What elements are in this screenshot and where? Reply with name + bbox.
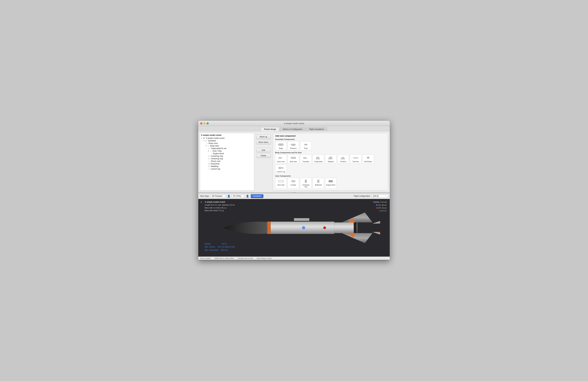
accel-row: Max. acceleration: 188 m/s² [205, 248, 234, 252]
svg-rect-0 [278, 144, 283, 146]
tree-item-nose-cone[interactable]: ◁ Nose cone [201, 142, 253, 145]
comp-trapezoidal[interactable]: Trapezoidal [313, 155, 324, 164]
tree-item-sustainer[interactable]: ▼ ⊟ Sustainer [201, 139, 253, 142]
3d-view[interactable]: 0° A simple model rocket Length 42,5 cm,… [198, 199, 390, 257]
centeringring-icon-2: ⊜ [208, 158, 210, 160]
collapse-arrow-sustainer[interactable]: ▼ [203, 140, 205, 142]
tree-label-nose-cone: Nose cone [209, 142, 218, 144]
svg-rect-4 [293, 145, 293, 146]
minimize-button[interactable] [203, 122, 206, 124]
collapse-arrow-inner[interactable]: ▼ [208, 150, 209, 152]
comp-transition[interactable]: Transition [300, 155, 312, 164]
comp-stage[interactable]: Stage [275, 141, 287, 150]
move-down-button[interactable]: Move down [256, 140, 271, 144]
fit-select[interactable]: Fit (73%) [232, 195, 244, 198]
engineblock-icon: ▪ [210, 153, 212, 155]
tree-item-centering-ring-1[interactable]: ⊜ Centering ring [201, 155, 253, 157]
comp-inner-tube[interactable]: Inner tube [275, 178, 287, 189]
flight-config-select[interactable]: [C6-5] [372, 195, 388, 198]
sustainer-icon: ⊟ [205, 140, 208, 142]
comp-tube-fins[interactable]: Tube fins [350, 155, 361, 164]
edit-button[interactable]: Edit [256, 148, 271, 153]
centeringring-comp-icon [303, 179, 309, 183]
elliptical-comp-icon [328, 156, 334, 160]
svg-rect-20 [292, 181, 294, 182]
comp-bulkhead-label: Bulkhead [315, 184, 322, 186]
tree-item-parachute[interactable]: ⛱ Parachute [201, 162, 253, 165]
move-up-button[interactable]: Move up [256, 134, 271, 139]
traffic-lights [200, 122, 209, 124]
comp-body-tube[interactable]: Body tube [288, 155, 299, 164]
tab-rocket-design[interactable]: Rocket design [261, 127, 279, 131]
svg-rect-15 [368, 157, 369, 157]
assembly-group-title: Assembly Components [275, 138, 386, 140]
close-button[interactable] [200, 122, 202, 124]
comp-transition-label: Transition [302, 161, 309, 162]
comp-coupler[interactable]: Coupler [288, 178, 299, 189]
comp-pods-label: Pods [304, 147, 308, 149]
maximize-button[interactable] [207, 122, 209, 124]
body-grid: Nose cone Body tube [275, 155, 386, 174]
tree-title: A simple model rocket [201, 134, 253, 136]
tree-label-wadding: Wadding [211, 165, 218, 167]
tree-item-inner-tube[interactable]: ▼ ▭ Inner Tube [201, 150, 253, 152]
svg-rect-12 [353, 157, 356, 158]
orange-band-1b [268, 222, 269, 234]
launchlug-comp-icon [278, 166, 284, 170]
comp-nose-cone-label: Nose cone [277, 161, 285, 162]
comp-nose-cone[interactable]: Nose cone [275, 155, 287, 164]
svg-rect-26 [331, 181, 332, 182]
tree-item-rocket[interactable]: ▼ 🚀 A simple model rocket [201, 137, 253, 139]
tree-item-centering-ring-2[interactable]: ⊜ Centering ring [201, 157, 253, 160]
svg-rect-25 [329, 181, 330, 182]
comp-pods[interactable]: Pods [300, 141, 312, 150]
collapse-arrow-rocket[interactable]: ▼ [201, 137, 202, 139]
tab-flight-simulations[interactable]: Flight simulations [306, 127, 327, 131]
fin-bottom-1 [342, 233, 373, 243]
comp-centering-ring-label: Centering ring [301, 184, 311, 188]
comp-bulkhead[interactable]: Bulkhead [313, 178, 324, 189]
fins-icon: ⊿ [208, 147, 210, 149]
tree-label-centering-ring-1: Centering ring [211, 155, 223, 157]
velocity-row: Max. velocity: 94,7 m/s (Mach 0,28) [205, 245, 234, 248]
apogee-label: Apogee: [205, 243, 211, 245]
trapezoidal-comp-icon [315, 156, 321, 160]
tree-label-fins: Trapezoidal fin set [211, 147, 226, 150]
tree-item-engine-block[interactable]: ▪ Engine block [201, 152, 253, 155]
comp-freeform[interactable]: Freeform [337, 155, 349, 164]
centeringring-icon-1: ⊜ [208, 155, 210, 157]
bodytube-comp-icon [290, 156, 296, 160]
mass-group-title: Mass Components [275, 190, 386, 190]
comp-rail-button[interactable]: Rail Button [362, 155, 374, 164]
comp-inner-tube-label: Inner tube [277, 184, 284, 186]
tree-item-wadding[interactable]: ⊟ Wadding [201, 165, 253, 168]
assembly-grid: Stage Boosters [275, 141, 386, 150]
rocket-info-length: Length 42,5 cm, max. diameter 2,5 cm [205, 204, 235, 206]
comp-boosters[interactable]: Boosters [288, 141, 299, 150]
tree-item-body-tube[interactable]: ▼ ▭ Body tube [201, 145, 253, 147]
comp-elliptical[interactable]: Elliptical [325, 155, 336, 164]
comp-engine-block[interactable]: Engine block [325, 178, 336, 189]
tree-label-rocket: A simple model rocket [206, 137, 225, 139]
delete-button[interactable]: Delete [256, 153, 271, 158]
fin-top-1 [342, 212, 373, 222]
launchlug-icon: ▭ [208, 168, 210, 170]
comp-centering-ring[interactable]: Centering ring [300, 178, 312, 189]
tree-panel: A simple model rocket ▼ 🚀 A simple model… [200, 133, 254, 190]
bottom-section: View Type: 3D Finished ⌃⌄ 👤 Fit (73%) ⌃⌄… [198, 193, 390, 260]
rear-tube [334, 222, 357, 233]
view-type-select[interactable]: 3D Finished [211, 195, 226, 198]
tree-item-fins[interactable]: ⊿ Trapezoidal fin set [201, 147, 253, 150]
collapse-arrow-body[interactable]: ▼ [206, 145, 207, 147]
svg-rect-13 [356, 157, 358, 158]
sustainer-button[interactable]: Sustainer [251, 194, 263, 198]
tab-motors-config[interactable]: Motors & Configuration [280, 127, 306, 131]
wadding-icon: ⊟ [208, 165, 210, 167]
tree-label-engine-block: Engine block [213, 153, 224, 155]
status-bar: Click to select Shift+click to select ot… [198, 257, 390, 260]
parachute-icon: ⛱ [208, 163, 210, 165]
tree-item-launch-lug[interactable]: ▭ Launch lug [201, 168, 253, 170]
apogee-row: Apogee: 312 m [205, 242, 234, 246]
tree-item-shock-cord[interactable]: ⌇ Shock cord [201, 160, 253, 162]
comp-launch-lug[interactable]: Launch Lug [275, 165, 287, 174]
